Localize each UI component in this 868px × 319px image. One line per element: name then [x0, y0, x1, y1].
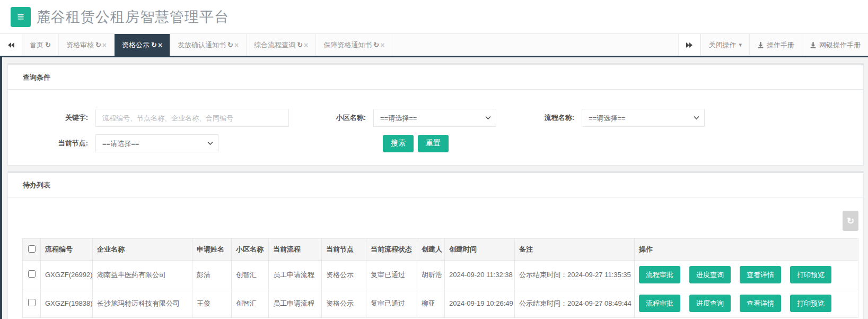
tab-label: 资格公示 — [122, 40, 150, 50]
download-icon — [757, 41, 764, 49]
close-tab-icon[interactable]: × — [158, 41, 162, 49]
content-area: 查询条件 关键字: 小区名称: ==请选择== 流程名称: ==请选择= — [0, 57, 868, 319]
close-tab-icon[interactable]: × — [380, 41, 384, 49]
process-approval-button[interactable]: 流程审批 — [639, 266, 680, 283]
process-name-select[interactable]: ==请选择== — [582, 109, 705, 127]
view-details-button[interactable]: 查看详情 — [740, 266, 781, 283]
app-header: ≡ 麓谷租赁公租房智慧管理平台 — [0, 0, 868, 33]
row-checkbox[interactable] — [28, 270, 36, 278]
progress-query-button[interactable]: 进度查询 — [689, 295, 731, 312]
process-approval-button[interactable]: 流程审批 — [639, 295, 680, 312]
cell-current-process: 员工申请流程 — [269, 289, 322, 318]
refresh-table-button[interactable]: ↻ — [843, 211, 858, 231]
cell-remark: 公示结束时间：2024-09-27 11:35:35 — [515, 261, 635, 289]
double-chevron-right-icon — [686, 42, 693, 48]
row-select-cell — [23, 261, 41, 289]
operation-manual-button[interactable]: 操作手册 — [749, 34, 802, 56]
close-tab-icon[interactable]: × — [304, 41, 308, 49]
tab-bar-tools: 关闭操作 ▾ 操作手册 网银操作手册 — [700, 34, 868, 56]
reset-button[interactable]: 重置 — [418, 135, 449, 152]
todo-panel-title: 待办列表 — [8, 173, 863, 197]
table-row: GXGZF(26992) 湖南益丰医药有限公司 彭清 创智汇 员工申请流程 资格… — [23, 261, 858, 289]
cell-created-time: 2024-09-19 10:26:49 — [445, 289, 515, 318]
process-name-label: 流程名称: — [533, 113, 582, 123]
cell-operations: 流程审批 进度查询 查看详情 打印预览 — [635, 289, 858, 318]
cell-community-name: 创智汇 — [232, 289, 269, 318]
keyword-label: 关键字: — [16, 113, 95, 123]
community-name-select[interactable]: ==请选择== — [373, 109, 496, 127]
tab-label: 发放确认通知书 — [178, 40, 226, 50]
cell-operations: 流程审批 进度查询 查看详情 打印预览 — [635, 261, 858, 289]
tab-label: 首页 — [30, 40, 43, 50]
bank-manual-button[interactable]: 网银操作手册 — [802, 34, 868, 56]
row-checkbox[interactable] — [28, 299, 36, 306]
table-row: GXGZF(19838) 长沙施玛特迈科技有限公司 王俊 创智汇 员工申请流程 … — [23, 289, 858, 318]
cell-process-code: GXGZF(19838) — [41, 289, 93, 318]
close-operations-dropdown[interactable]: 关闭操作 ▾ — [700, 34, 749, 56]
current-node-label: 当前节点: — [16, 139, 95, 148]
tab-home[interactable]: 首页 ↻ — [22, 34, 59, 56]
col-current-node: 当前节点 — [322, 239, 366, 261]
cell-company-name: 长沙施玛特迈科技有限公司 — [93, 289, 192, 318]
col-community-name: 小区名称 — [232, 239, 269, 261]
col-current-process: 当前流程 — [269, 239, 322, 261]
refresh-tab-icon[interactable]: ↻ — [45, 41, 51, 49]
tab-guarantee-qualification-notice[interactable]: 保障资格通知书 ↻ × — [316, 34, 392, 56]
close-tab-icon[interactable]: × — [102, 41, 107, 49]
col-operations: 操作 — [635, 239, 858, 261]
table-toolbar: ↻ — [22, 211, 858, 231]
refresh-tab-icon[interactable]: ↻ — [151, 41, 157, 49]
col-remark: 备注 — [515, 239, 635, 261]
query-form-row-1: 关键字: 小区名称: ==请选择== 流程名称: ==请选择== — [16, 109, 855, 127]
print-preview-button[interactable]: 打印预览 — [790, 266, 831, 283]
cell-process-status: 复审已通过 — [366, 289, 417, 318]
query-conditions-panel: 查询条件 关键字: 小区名称: ==请选择== 流程名称: ==请选择= — [7, 63, 864, 166]
tab-qualification-publicity[interactable]: 资格公示 ↻ × — [115, 34, 170, 56]
scroll-tabs-left-button[interactable] — [0, 34, 22, 56]
community-name-select-control[interactable]: ==请选择== — [373, 109, 496, 127]
current-node-select-control[interactable]: ==请选择== — [95, 134, 218, 152]
search-buttons-group: 搜索 重置 — [383, 135, 449, 152]
refresh-tab-icon[interactable]: ↻ — [227, 41, 233, 49]
row-actions: 流程审批 进度查询 查看详情 打印预览 — [639, 295, 854, 312]
cell-remark: 公示结束时间：2024-09-27 08:49:44 — [515, 289, 635, 318]
tab-bar: 首页 ↻ 资格审核 ↻ × 资格公示 ↻ × 发放确认通知书 ↻ × 综合流程查… — [0, 33, 868, 57]
close-operations-label: 关闭操作 — [708, 40, 736, 50]
refresh-tab-icon[interactable]: ↻ — [297, 41, 303, 49]
col-created-time: 创建时间 — [445, 239, 515, 261]
cell-company-name: 湖南益丰医药有限公司 — [93, 261, 192, 289]
select-all-checkbox[interactable] — [28, 245, 36, 253]
current-node-select[interactable]: ==请选择== — [95, 134, 218, 152]
progress-query-button[interactable]: 进度查询 — [689, 266, 731, 283]
double-chevron-left-icon — [7, 42, 15, 48]
page-title: 麓谷租赁公租房智慧管理平台 — [36, 7, 229, 27]
tab-qualification-review[interactable]: 资格审核 ↻ × — [59, 34, 115, 56]
todo-panel-body: ↻ 流程编号 企业名称 申请姓名 小区名称 当前流程 当前节 — [8, 197, 863, 319]
tab-issue-confirmation-notice[interactable]: 发放确认通知书 ↻ × — [170, 34, 247, 56]
query-panel-title: 查询条件 — [8, 65, 863, 90]
col-company-name: 企业名称 — [93, 239, 192, 261]
close-tab-icon[interactable]: × — [234, 41, 239, 49]
tab-comprehensive-process-query[interactable]: 综合流程查询 ↻ × — [247, 34, 316, 56]
todo-list-panel: 待办列表 ↻ 流程编号 企业名称 申请姓名 小区名称 — [7, 171, 864, 319]
col-creator: 创建人 — [417, 239, 445, 261]
todo-table: 流程编号 企业名称 申请姓名 小区名称 当前流程 当前节点 当前流程状态 创建人… — [22, 238, 858, 318]
download-icon — [810, 41, 817, 49]
cell-applicant-name: 王俊 — [192, 289, 232, 318]
bank-manual-label: 网银操作手册 — [819, 40, 861, 50]
keyword-input[interactable] — [95, 109, 289, 127]
select-all-cell — [23, 239, 41, 261]
process-name-select-control[interactable]: ==请选择== — [582, 109, 705, 127]
cell-current-process: 员工申请流程 — [269, 261, 322, 289]
refresh-tab-icon[interactable]: ↻ — [373, 41, 379, 49]
search-button[interactable]: 搜索 — [383, 135, 414, 152]
refresh-tab-icon[interactable]: ↻ — [95, 41, 101, 49]
cell-applicant-name: 彭清 — [192, 261, 232, 289]
cell-created-time: 2024-09-20 11:32:38 — [445, 261, 515, 289]
print-preview-button[interactable]: 打印预览 — [790, 295, 831, 312]
row-select-cell — [23, 289, 41, 318]
hamburger-menu-button[interactable]: ≡ — [11, 7, 31, 27]
view-details-button[interactable]: 查看详情 — [740, 295, 781, 312]
refresh-icon: ↻ — [847, 216, 854, 226]
scroll-tabs-right-button[interactable] — [678, 34, 700, 56]
